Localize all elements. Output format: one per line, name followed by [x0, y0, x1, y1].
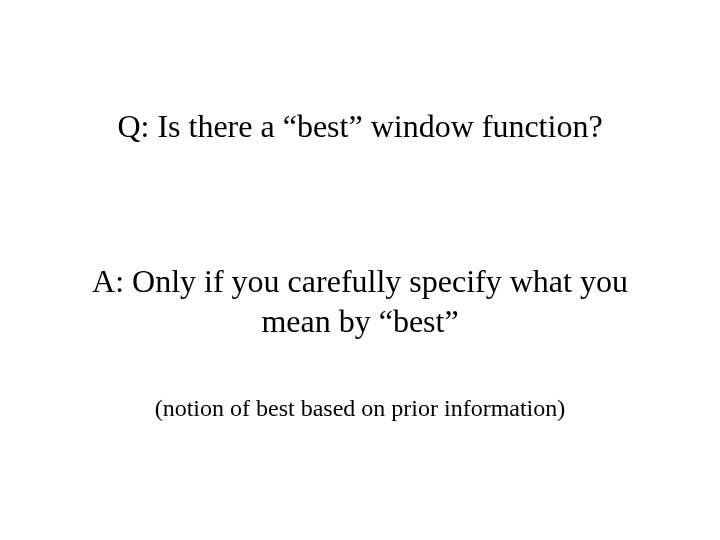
answer-text: A: Only if you carefully specify what yo…	[0, 261, 720, 341]
question-text: Q: Is there a “best” window function?	[0, 108, 720, 145]
slide-container: Q: Is there a “best” window function? A:…	[0, 0, 720, 540]
note-text: (notion of best based on prior informati…	[0, 395, 720, 422]
